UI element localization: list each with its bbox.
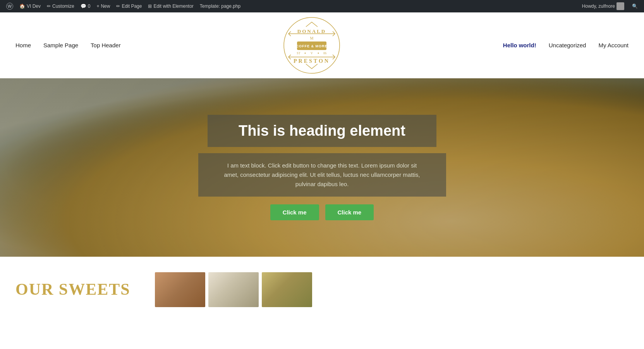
edit-page-button[interactable]: ✏ Edit Page [113, 0, 145, 12]
sweets-images [155, 272, 312, 307]
logo-svg: DONALD M COFFE & MORE ST V 06 PRESTON [281, 14, 343, 76]
site-name-label: VI Dev [27, 3, 41, 9]
comments-button[interactable]: 💬 0 [77, 0, 94, 12]
svg-text:ST: ST [297, 52, 301, 55]
svg-text:PRESTON: PRESTON [294, 58, 330, 64]
svg-text:06: 06 [323, 52, 326, 55]
nav-sample-page[interactable]: Sample Page [43, 42, 78, 48]
edit-page-label: Edit Page [122, 3, 142, 9]
click-me-button-2[interactable]: Click me [325, 204, 374, 220]
house-icon: 🏠 [19, 3, 25, 9]
sweet-image-2 [208, 272, 259, 307]
site-logo[interactable]: DONALD M COFFE & MORE ST V 06 PRESTON [281, 14, 343, 76]
customize-icon: ✏ [47, 3, 51, 9]
search-button[interactable]: 🔍 [629, 0, 641, 12]
elementor-icon: ⊞ [148, 3, 152, 9]
edit-page-icon: ✏ [116, 3, 120, 9]
svg-text:M: M [310, 36, 314, 40]
nav-uncategorized[interactable]: Uncategorized [549, 42, 586, 48]
hero-buttons: Click me Click me [270, 204, 374, 220]
below-hero-section: OUR SWEETS [0, 257, 644, 319]
wp-logo-button[interactable]: W [3, 0, 16, 12]
nav-left: Home Sample Page Top Header [15, 42, 121, 48]
svg-point-13 [318, 52, 319, 54]
svg-text:COFFE & MORE: COFFE & MORE [296, 44, 328, 48]
customize-label: Customize [52, 3, 74, 9]
hero-heading: This is heading element [239, 123, 405, 139]
nav-hello-world[interactable]: Hello world! [503, 42, 536, 48]
hero-content: This is heading element I am text block.… [0, 78, 644, 257]
svg-point-12 [305, 52, 306, 54]
sweet-image-1 [155, 272, 205, 307]
sweet-image-3 [262, 272, 312, 307]
our-sweets-section: OUR SWEETS [15, 272, 629, 307]
comments-count: 0 [88, 3, 91, 9]
our-sweets-title: OUR SWEETS [15, 272, 132, 299]
hero-text-box: I am text block. Click edit button to ch… [198, 153, 446, 197]
template-label: Template: page.php [200, 3, 240, 9]
howdy-label: Howdy, zulfnore [579, 0, 627, 12]
comments-icon: 💬 [81, 3, 86, 9]
svg-text:DONALD: DONALD [297, 28, 326, 34]
site-header: Home Sample Page Top Header DONALD [0, 12, 644, 78]
hero-text: I am text block. Click edit button to ch… [222, 161, 423, 189]
click-me-button-1[interactable]: Click me [270, 204, 319, 220]
nav-right: Hello world! Uncategorized My Account [503, 42, 629, 48]
svg-text:V: V [311, 52, 313, 55]
new-label: New [101, 3, 110, 9]
nav-top-header[interactable]: Top Header [91, 42, 121, 48]
site-name-button[interactable]: 🏠 VI Dev [16, 0, 44, 12]
nav-home[interactable]: Home [15, 42, 31, 48]
nav-my-account[interactable]: My Account [598, 42, 629, 48]
new-icon: + [96, 3, 99, 9]
new-button[interactable]: + New [93, 0, 113, 12]
svg-text:W: W [8, 4, 12, 9]
customize-button[interactable]: ✏ Customize [44, 0, 77, 12]
template-info: Template: page.php [197, 0, 244, 12]
edit-elementor-button[interactable]: ⊞ Edit with Elementor [145, 0, 196, 12]
user-avatar [617, 2, 624, 10]
hero-heading-box: This is heading element [208, 115, 436, 147]
search-icon: 🔍 [632, 3, 638, 9]
admin-bar: W 🏠 VI Dev ✏ Customize 💬 0 + New ✏ Edit … [0, 0, 644, 12]
edit-elementor-label: Edit with Elementor [153, 3, 193, 9]
hero-section: This is heading element I am text block.… [0, 78, 644, 257]
